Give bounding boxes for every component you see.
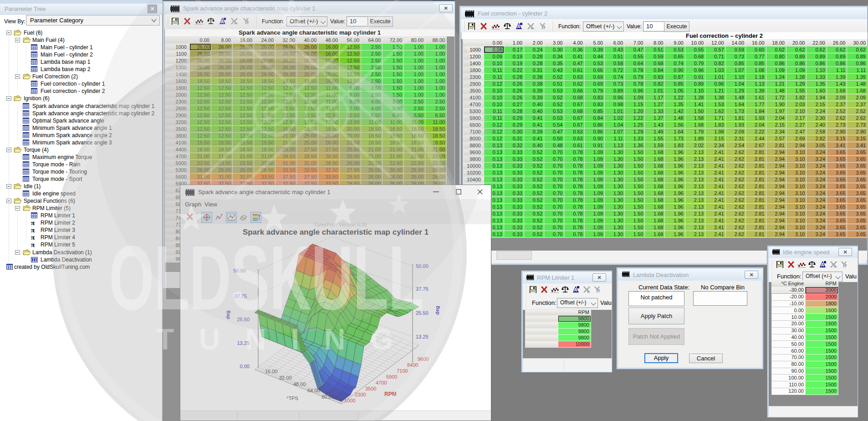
svg-text:8400: 8400 [407, 362, 418, 368]
svg-text:4700: 4700 [376, 380, 387, 385]
svg-text:A: A [517, 24, 520, 29]
svg-text:25.50: 25.50 [237, 317, 250, 322]
svg-text:25.50: 25.50 [416, 310, 429, 316]
svg-text:37.75: 37.75 [234, 293, 247, 299]
svg-text:2300: 2300 [355, 392, 366, 397]
svg-text:9600: 9600 [418, 356, 429, 362]
svg-text:7100: 7100 [397, 368, 408, 374]
svg-text:1000: 1000 [344, 398, 355, 403]
svg-text:A: A [821, 262, 824, 267]
svg-text:°TPS: °TPS [286, 395, 298, 401]
svg-text:deg: deg [225, 310, 230, 319]
svg-text:13.25: 13.25 [237, 340, 250, 346]
svg-text:13.25: 13.25 [416, 334, 429, 339]
svg-text:RPM: RPM [384, 391, 397, 397]
svg-text:32.00: 32.00 [279, 375, 292, 380]
svg-text:50.00: 50.00 [416, 263, 429, 269]
svg-text:3500: 3500 [365, 386, 376, 391]
svg-text:37.75: 37.75 [416, 286, 429, 292]
svg-text:48.00: 48.00 [293, 381, 306, 387]
svg-text:0.00: 0.00 [240, 364, 250, 369]
svg-text:A: A [574, 288, 577, 293]
svg-text:5900: 5900 [386, 374, 397, 380]
svg-text:50.00: 50.00 [233, 268, 246, 273]
svg-text:16.00: 16.00 [265, 369, 278, 374]
svg-text:A: A [220, 19, 224, 24]
svg-text:deg: deg [434, 306, 440, 315]
